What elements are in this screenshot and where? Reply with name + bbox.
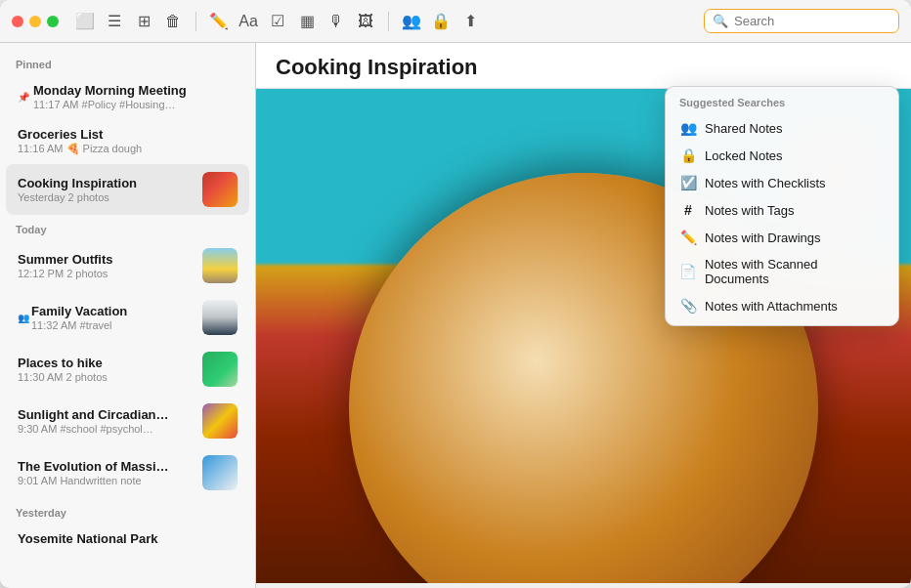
separator-2 xyxy=(388,12,389,31)
note-content: The Evolution of Massi… 9:01 AM Handwrit… xyxy=(18,459,195,486)
list-item[interactable]: Yosemite National Park xyxy=(6,524,249,554)
search-icon: 🔍 xyxy=(713,14,728,28)
checklist-icon[interactable]: ☑ xyxy=(267,11,288,32)
dropdown-item-label: Notes with Tags xyxy=(705,203,795,218)
close-button[interactable] xyxy=(12,16,23,27)
note-title: Places to hike xyxy=(18,356,195,370)
list-item[interactable]: Sunlight and Circadian… 9:30 AM #school … xyxy=(6,396,249,446)
thumbnail-image xyxy=(202,172,238,207)
content-area: Cooking Inspiration Suggested Searches 👥… xyxy=(256,43,911,588)
dropdown-header: Suggested Searches xyxy=(666,93,898,114)
note-title: Groceries List xyxy=(18,127,238,142)
list-item[interactable]: 👥 Family Vacation 11:32 AM #travel xyxy=(6,292,249,343)
note-title: Family Vacation xyxy=(31,304,195,318)
shared-notes-icon: 👥 xyxy=(679,120,697,136)
list-item[interactable]: Summer Outfits 12:12 PM 2 photos xyxy=(6,240,249,291)
table-icon[interactable]: ▦ xyxy=(296,11,318,32)
note-content: Sunlight and Circadian… 9:30 AM #school … xyxy=(18,407,195,435)
note-title: The Evolution of Massi… xyxy=(18,459,195,474)
main-layout: Pinned 📌 Monday Morning Meeting 11:17 AM… xyxy=(0,43,911,588)
note-meta: 11:32 AM #travel xyxy=(31,319,195,331)
dropdown-item-label: Notes with Scanned Documents xyxy=(705,257,885,286)
search-input[interactable] xyxy=(734,14,890,28)
dropdown-item-attachments[interactable]: 📎 Notes with Attachments xyxy=(666,292,898,319)
text-format-icon[interactable]: Aa xyxy=(238,11,259,32)
note-meta: 9:01 AM Handwritten note xyxy=(18,475,195,486)
pin-icon: 📌 xyxy=(18,92,29,103)
pinned-section-header: Pinned xyxy=(0,51,255,74)
list-item[interactable]: Places to hike 11:30 AM 2 photos xyxy=(6,344,249,395)
dropdown-item-drawings[interactable]: ✏️ Notes with Drawings xyxy=(666,224,898,251)
dropdown-item-shared[interactable]: 👥 Shared Notes xyxy=(666,114,898,142)
share-icon[interactable]: ⬆ xyxy=(459,11,481,32)
dropdown-item-label: Shared Notes xyxy=(705,121,783,136)
note-meta: 11:30 AM 2 photos xyxy=(18,371,195,383)
dropdown-item-scanned[interactable]: 📄 Notes with Scanned Documents xyxy=(666,251,898,292)
content-header: Cooking Inspiration xyxy=(256,43,911,89)
list-item[interactable]: Groceries List 11:16 AM 🍕 Pizza dough xyxy=(6,119,249,163)
yesterday-section-header: Yesterday xyxy=(0,499,255,523)
scanned-docs-icon: 📄 xyxy=(679,264,697,279)
note-meta: Yesterday 2 photos xyxy=(18,191,195,203)
note-content: Cooking Inspiration Yesterday 2 photos xyxy=(18,176,195,203)
note-title: Summer Outfits xyxy=(18,252,195,267)
note-thumbnail xyxy=(202,248,238,283)
dropdown-item-label: Notes with Drawings xyxy=(705,231,821,245)
dropdown-item-label: Notes with Attachments xyxy=(705,299,838,314)
tags-icon: # xyxy=(679,202,697,218)
note-thumbnail xyxy=(202,455,238,490)
maximize-button[interactable] xyxy=(47,16,59,27)
note-content: Family Vacation 11:32 AM #travel xyxy=(31,304,195,331)
note-content: Summer Outfits 12:12 PM 2 photos xyxy=(18,252,195,279)
traffic-lights xyxy=(12,16,59,27)
thumbnail-image xyxy=(202,352,238,387)
checklists-icon: ☑️ xyxy=(679,175,697,190)
minimize-button[interactable] xyxy=(29,16,41,27)
thumbnail-image xyxy=(202,300,238,335)
list-item[interactable]: 📌 Monday Morning Meeting 11:17 AM #Polic… xyxy=(6,75,249,118)
dropdown-item-locked[interactable]: 🔒 Locked Notes xyxy=(666,142,898,169)
note-title: Monday Morning Meeting xyxy=(33,83,238,98)
thumbnail-image xyxy=(202,455,238,490)
note-thumbnail xyxy=(202,172,238,207)
drawings-icon: ✏️ xyxy=(679,230,697,245)
grid-view-icon[interactable]: ⊞ xyxy=(133,11,154,32)
note-thumbnail xyxy=(202,352,238,387)
note-title: Cooking Inspiration xyxy=(18,176,195,190)
note-title: Sunlight and Circadian… xyxy=(18,407,195,422)
app-window: ⬜ ☰ ⊞ 🗑 ✏️ Aa ☑ ▦ 🎙 🖼 👥 🔒 ⬆ 🔍 Pinned 📌 xyxy=(0,0,911,588)
search-dropdown: Suggested Searches 👥 Shared Notes 🔒 Lock… xyxy=(665,86,899,326)
note-title: Yosemite National Park xyxy=(18,531,238,546)
note-thumbnail xyxy=(202,300,238,335)
lock-icon[interactable]: 🔒 xyxy=(430,11,452,32)
list-item[interactable]: The Evolution of Massi… 9:01 AM Handwrit… xyxy=(6,447,249,498)
shared-icon: 👥 xyxy=(18,313,29,323)
note-thumbnail xyxy=(202,403,238,439)
audio-icon[interactable]: 🎙 xyxy=(325,11,347,32)
note-content: Yosemite National Park xyxy=(18,531,238,546)
today-section-header: Today xyxy=(0,216,255,239)
search-container[interactable]: 🔍 xyxy=(704,9,899,33)
note-content: Places to hike 11:30 AM 2 photos xyxy=(18,356,195,383)
dropdown-item-label: Locked Notes xyxy=(705,148,783,163)
note-content: Groceries List 11:16 AM 🍕 Pizza dough xyxy=(18,127,238,155)
dropdown-item-label: Notes with Checklists xyxy=(705,176,826,190)
collaborate-icon[interactable]: 👥 xyxy=(401,11,422,32)
dropdown-item-tags[interactable]: # Notes with Tags xyxy=(666,196,898,224)
note-content: Monday Morning Meeting 11:17 AM #Policy … xyxy=(33,83,238,110)
list-view-icon[interactable]: ☰ xyxy=(104,11,125,32)
delete-icon[interactable]: 🗑 xyxy=(162,11,184,32)
attachments-icon: 📎 xyxy=(679,298,697,314)
note-meta: 9:30 AM #school #psychol… xyxy=(18,423,195,435)
separator-1 xyxy=(195,12,196,31)
new-note-icon[interactable]: ✏️ xyxy=(208,11,230,32)
media-icon[interactable]: 🖼 xyxy=(355,11,376,32)
toolbar: ⬜ ☰ ⊞ 🗑 ✏️ Aa ☑ ▦ 🎙 🖼 👥 🔒 ⬆ 🔍 xyxy=(0,0,911,43)
sidebar: Pinned 📌 Monday Morning Meeting 11:17 AM… xyxy=(0,43,256,588)
thumbnail-image xyxy=(202,248,238,283)
dropdown-item-checklists[interactable]: ☑️ Notes with Checklists xyxy=(666,169,898,196)
list-item[interactable]: Cooking Inspiration Yesterday 2 photos xyxy=(6,164,249,215)
sidebar-toggle-icon[interactable]: ⬜ xyxy=(74,11,96,32)
locked-notes-icon: 🔒 xyxy=(679,147,697,163)
note-meta: 11:16 AM 🍕 Pizza dough xyxy=(18,143,238,155)
